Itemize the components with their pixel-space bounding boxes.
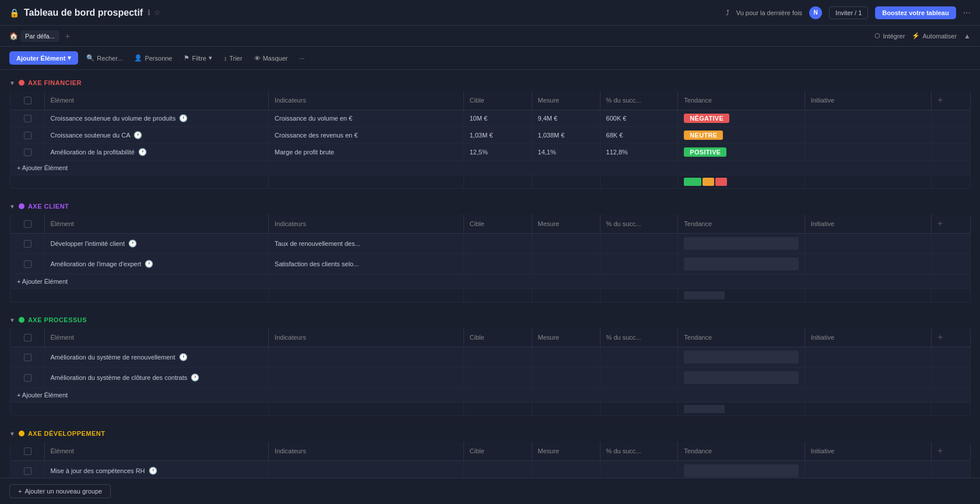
row-clock-icon[interactable]: 🕐 [179,353,188,361]
more-options-button[interactable]: ··· [963,8,971,18]
title-icons: ℹ ☆ [147,8,161,17]
th-checkbox [10,442,45,461]
add-element-button[interactable]: Ajouter Élément ▾ [9,51,78,65]
section-developpement-arrow: ▼ [9,431,15,437]
info-icon[interactable]: ℹ [147,8,150,17]
row-clock-icon[interactable]: 🕐 [128,239,137,248]
star-icon[interactable]: ☆ [154,8,161,17]
add-row[interactable]: + Ajouter Élément [10,274,971,289]
header-checkbox[interactable] [24,220,31,228]
header-more-button[interactable]: ▲ [964,32,971,40]
add-group-icon: + [18,488,22,495]
integrer-button[interactable]: ⬡ Intégrer [874,32,905,40]
row-checkbox[interactable] [24,467,31,475]
th-checkbox [10,91,45,110]
cell-tendance: NEUTRE [678,127,805,144]
add-column-button[interactable]: + [937,218,943,228]
add-column-button[interactable]: + [937,95,943,105]
add-row[interactable]: + Ajouter Élément [10,161,971,175]
tendance-empty [684,237,798,250]
table-row: Croissance soutenue du CA 🕐 Croissance d… [10,127,971,144]
filtre-button[interactable]: ⚑ Filtre ▾ [180,52,215,64]
trier-button[interactable]: ↕ Trier [220,52,246,64]
row-checkbox[interactable] [24,260,31,268]
tendance-empty [684,464,798,477]
progress-bars [684,178,798,186]
row-clock-icon[interactable]: 🕐 [138,148,147,156]
section-processus-arrow: ▼ [9,317,15,323]
masquer-button[interactable]: 👁 Masquer [251,52,291,64]
row-clock-icon[interactable]: 🕐 [145,260,153,268]
masquer-label: Masquer [263,55,288,62]
section-processus-title: AXE PROCESSUS [28,316,87,323]
add-group-button[interactable]: + Ajouter un nouveau groupe [9,484,111,498]
section-client-header[interactable]: ▼ AXE CLIENT [9,203,971,210]
th-plus: + [932,214,971,234]
cell-element: Amélioration du système de renouvellemen… [44,347,269,368]
cell-element: Amélioration de l'image d'expert 🕐 [44,254,269,274]
th-initiative: Initiative [805,442,931,461]
header-checkbox[interactable] [24,334,31,341]
search-button[interactable]: 🔍 Recher... [83,52,126,64]
add-element-row[interactable]: + Ajouter Élément [10,274,971,289]
section-processus-header[interactable]: ▼ AXE PROCESSUS [9,316,971,323]
toolbar-more-button[interactable]: ··· [296,52,308,64]
tab-add-button[interactable]: + [62,30,73,42]
home-icon: 🏠 [9,32,18,40]
row-checkbox[interactable] [24,354,31,361]
th-initiative: Initiative [805,91,931,110]
row-checkbox[interactable] [24,374,31,382]
section-financier-title: AXE FINANCIER [28,79,82,86]
user-avatar: N [809,6,822,19]
automatiser-button[interactable]: ⚡ Automatiser [912,32,957,40]
progress-seg-orange [702,178,714,186]
add-element-row[interactable]: + Ajouter Élément [10,161,971,175]
trier-label: Trier [229,55,242,62]
section-financier-header[interactable]: ▼ AXE FINANCIER [9,79,971,86]
add-element-row[interactable]: + Ajouter Élément [10,388,971,403]
cell-element: Développer l'intimité client 🕐 [44,234,269,254]
row-checkbox[interactable] [24,240,31,248]
th-mesure: Mesure [532,214,600,234]
summary-bar [684,405,725,413]
add-row[interactable]: + Ajouter Élément [10,388,971,403]
integrer-label: Intégrer [883,33,905,40]
table-row: Amélioration du système de renouvellemen… [10,347,971,368]
th-checkbox [10,214,45,234]
add-column-button[interactable]: + [937,332,943,342]
section-developpement-title: AXE DÉVELOPPEMENT [28,430,106,437]
row-checkbox[interactable] [24,115,31,122]
row-clock-icon[interactable]: 🕐 [179,114,188,122]
row-clock-icon[interactable]: 🕐 [134,131,142,139]
row-checkbox[interactable] [24,132,31,139]
boost-button[interactable]: Boostez votre tableau [875,6,956,19]
cell-mesure: 1,038M € [532,127,600,144]
th-checkbox [10,328,45,347]
th-cible: Cible [463,214,532,234]
section-developpement-header[interactable]: ▼ AXE DÉVELOPPEMENT [9,430,971,437]
cell-indicateur: Croissance des revenus en € [269,127,463,144]
row-clock-icon[interactable]: 🕐 [149,467,157,475]
search-label: Recher... [97,55,122,62]
toolbar: Ajouter Élément ▾ 🔍 Recher... 👤 Personne… [0,47,980,70]
section-client-dot [19,203,24,209]
add-column-button[interactable]: + [937,446,943,456]
header-checkbox[interactable] [24,447,31,455]
personne-button[interactable]: 👤 Personne [131,52,175,64]
invite-button[interactable]: Inviter / 1 [829,6,868,19]
tab-par-defaut[interactable]: Par défa... [20,30,59,42]
table-row: Développer l'intimité client 🕐 Taux de r… [10,234,971,254]
header-checkbox[interactable] [24,97,31,104]
row-checkbox[interactable] [24,149,31,156]
cell-tendance: NÉGATIVE [678,110,805,127]
th-indicateurs: Indicateurs [269,442,463,461]
th-indicateurs: Indicateurs [269,214,463,234]
add-element-label: Ajouter Élément [16,55,65,62]
th-plus: + [932,442,971,461]
row-clock-icon[interactable]: 🕐 [191,373,199,382]
cell-indicateur: Croissance du volume en € [269,110,463,127]
financier-table: Élément Indicateurs Cible Mesure % du su… [9,91,971,189]
section-processus: ▼ AXE PROCESSUS Élément Indicateurs Cibl… [9,316,971,416]
th-mesure: Mesure [532,442,600,461]
trier-icon: ↕ [224,55,227,62]
